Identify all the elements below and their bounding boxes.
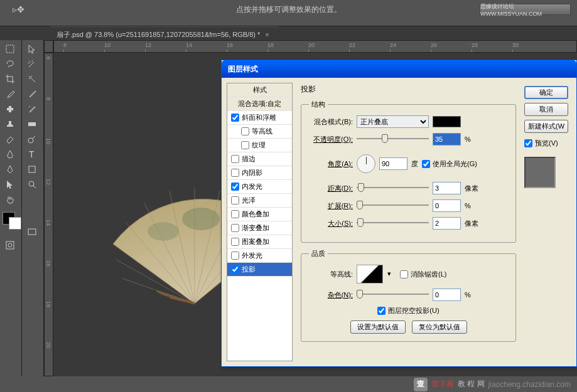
stroke-checkbox[interactable] [231, 155, 239, 163]
knockout-checkbox[interactable] [377, 307, 386, 315]
styles-list: 样式 混合选项:自定 斜面和浮雕 等高线 纹理 描边 内阴影 内发光 光泽 颜色… [227, 83, 293, 361]
contour-checkbox[interactable] [241, 127, 249, 135]
drop-shadow-checkbox[interactable] [231, 265, 239, 273]
inner-glow-checkbox[interactable] [231, 183, 239, 191]
path-select-tool-icon[interactable] [1, 177, 19, 191]
shadow-color-swatch[interactable] [433, 116, 461, 127]
blend-mode-select[interactable]: 正片叠底 [357, 115, 429, 128]
marquee-tool-icon[interactable] [1, 42, 19, 56]
outer-glow-item[interactable]: 外发光 [227, 249, 292, 263]
bevel-emboss-item[interactable]: 斜面和浮雕 [227, 111, 292, 125]
preview-checkbox[interactable] [524, 139, 532, 147]
ruler-tick: 14 [45, 220, 51, 226]
ruler-tick: 16 [227, 42, 233, 48]
contour-item[interactable]: 等高线 [227, 125, 292, 139]
spread-slider[interactable] [357, 200, 429, 211]
bottom-watermark: 查 查字典 教 程 网 jiaocheng.chazidian.com [0, 376, 577, 392]
color-overlay-checkbox[interactable] [231, 210, 239, 218]
wand-tool-icon[interactable] [23, 57, 41, 71]
lasso-tool-icon[interactable] [1, 57, 19, 71]
new-style-button[interactable]: 新建样式(W [524, 120, 568, 133]
watermark-brand1: 查字典 [431, 379, 454, 389]
opacity-label: 不透明度(O): [309, 135, 353, 144]
preview-checkbox-label[interactable]: 预览(V) [524, 139, 571, 148]
spread-input[interactable] [433, 199, 461, 212]
ruler-tick: 14 [186, 42, 192, 48]
satin-item[interactable]: 光泽 [227, 194, 292, 208]
quickmask-tool-icon[interactable] [1, 238, 19, 252]
styles-list-header[interactable]: 样式 [227, 83, 292, 97]
contour-label: 等高线: [309, 270, 353, 279]
color-overlay-item[interactable]: 颜色叠加 [227, 208, 292, 221]
global-light-checkbox-label[interactable]: 使用全局光(G) [422, 159, 477, 169]
blur-tool-icon[interactable] [1, 147, 19, 161]
texture-item[interactable]: 纹理 [227, 139, 292, 152]
healing-tool-icon[interactable] [1, 102, 19, 116]
antialias-checkbox[interactable] [400, 270, 408, 278]
size-input[interactable] [433, 217, 461, 230]
opacity-unit: % [465, 135, 471, 143]
stroke-item[interactable]: 描边 [227, 152, 292, 166]
shape-tool-icon[interactable] [23, 162, 41, 176]
eraser-tool-icon[interactable] [1, 132, 19, 146]
zoom-tool-icon[interactable] [23, 177, 41, 191]
size-slider[interactable] [357, 218, 429, 229]
outer-glow-checkbox[interactable] [231, 252, 239, 260]
blending-options-item[interactable]: 混合选项:自定 [227, 97, 292, 111]
noise-slider[interactable] [357, 289, 429, 300]
ruler-horizontal[interactable]: 8 10 12 14 16 18 20 22 24 26 28 30 [53, 40, 577, 53]
reset-default-button[interactable]: 复位为默认值 [412, 320, 467, 334]
settings-panel: 投影 结构 混合模式(B): 正片叠底 不透明度(O): % [298, 83, 519, 361]
cancel-button[interactable]: 取消 [524, 103, 568, 116]
background-color-icon[interactable] [9, 217, 21, 230]
ruler-tick: 22 [349, 42, 355, 48]
pen-tool-icon[interactable] [1, 162, 19, 176]
ruler-tick: 18 [45, 301, 51, 307]
opacity-slider[interactable] [357, 134, 429, 145]
dodge-tool-icon[interactable] [23, 132, 41, 146]
noise-input[interactable] [433, 289, 461, 301]
gradient-overlay-checkbox[interactable] [231, 224, 239, 232]
move-tool-indicator-icon: ▹✥ [13, 4, 24, 14]
close-tab-icon[interactable]: × [265, 31, 269, 38]
angle-input[interactable] [379, 157, 407, 170]
bevel-checkbox[interactable] [231, 114, 239, 122]
screenmode-tool-icon[interactable] [23, 225, 41, 239]
move-tool-icon[interactable] [23, 42, 41, 56]
pattern-overlay-item[interactable]: 图案叠加 [227, 235, 292, 249]
inner-glow-item[interactable]: 内发光 [227, 180, 292, 194]
knockout-checkbox-label[interactable]: 图层挖空投影(U) [377, 306, 439, 315]
brush-tool-icon[interactable] [23, 87, 41, 101]
gradient-tool-icon[interactable] [23, 117, 41, 131]
ruler-vertical[interactable]: 6 8 10 12 14 16 18 20 [44, 53, 53, 376]
texture-checkbox[interactable] [241, 141, 249, 149]
watermark-image: 思缘设计论坛 WWW.MISSYUAN.COM [480, 4, 571, 15]
inner-shadow-checkbox[interactable] [231, 169, 239, 177]
antialias-checkbox-label[interactable]: 消除锯齿(L) [400, 270, 446, 279]
color-swatches[interactable] [1, 211, 20, 231]
global-light-checkbox[interactable] [422, 160, 430, 168]
ruler-tick: 8 [45, 97, 51, 100]
inner-shadow-item[interactable]: 内阴影 [227, 166, 292, 180]
type-tool-icon[interactable]: T [23, 147, 41, 161]
document-tab[interactable]: 扇子.psd @ 73.8% (u=2511691857,1207205581&… [50, 26, 279, 40]
pattern-overlay-checkbox[interactable] [231, 238, 239, 246]
crop-tool-icon[interactable] [1, 72, 19, 86]
eyedropper-tool-icon[interactable] [1, 87, 19, 101]
gradient-overlay-item[interactable]: 渐变叠加 [227, 221, 292, 235]
drop-shadow-item[interactable]: 投影 [227, 263, 292, 277]
opacity-input[interactable] [433, 133, 461, 146]
dialog-titlebar[interactable]: 图层样式 [222, 60, 576, 78]
panel-title: 投影 [301, 84, 516, 95]
hand-tool-icon[interactable] [1, 193, 19, 206]
ok-button[interactable]: 确定 [524, 86, 568, 99]
stamp-tool-icon[interactable] [1, 117, 19, 131]
history-brush-tool-icon[interactable] [23, 102, 41, 116]
slice-tool-icon[interactable] [23, 72, 41, 86]
contour-picker[interactable] [357, 265, 383, 283]
distance-input[interactable] [433, 182, 461, 194]
satin-checkbox[interactable] [231, 196, 239, 204]
set-default-button[interactable]: 设置为默认值 [350, 320, 406, 334]
distance-slider[interactable] [357, 183, 429, 194]
angle-dial[interactable] [357, 154, 375, 173]
